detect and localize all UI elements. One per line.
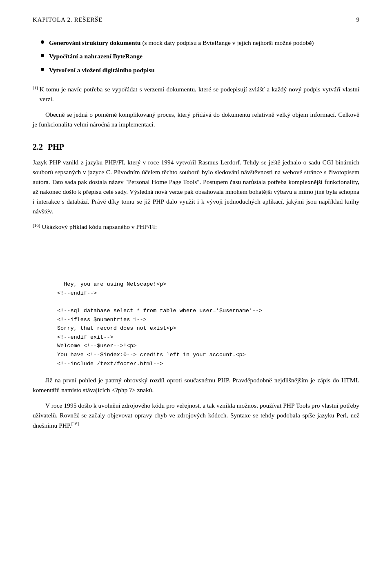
bullet-list: Generování struktury dokumentu (s mock d… (33, 38, 359, 75)
page-number: 9 (356, 16, 360, 23)
paragraph-3: Jazyk PHP vznikl z jazyku PHP/FI, který … (33, 158, 359, 216)
bullet-text-2: Vypočítání a nahrazení ByteRange (49, 51, 143, 61)
bullet-icon (41, 54, 44, 57)
bullet-icon (41, 40, 44, 44)
bullet-text-1: Generování struktury dokumentu (s mock d… (49, 38, 314, 47)
ref16a-block: [16] Ukázkový příklad kódu napsaného v P… (33, 222, 359, 237)
list-item: Vypočítání a nahrazení ByteRange (33, 51, 359, 61)
section-number: 2.2 (33, 142, 43, 151)
bullet-bold-2: Vypočítání a nahrazení ByteRange (49, 53, 143, 60)
ref16b-label: [16] (71, 421, 79, 426)
ref16a-label: [16] (33, 223, 40, 228)
bullet-text-3: Vytvoření a vložení digitálního podpisu (49, 65, 155, 75)
list-item: Vytvoření a vložení digitálního podpisu (33, 65, 359, 75)
paragraph-2: Obecně se jedná o poměrně komplikovaný p… (33, 110, 359, 129)
ref1-block: [1] K tomu je navíc potřeba se vypořádat… (33, 84, 359, 104)
bullet-icon (41, 68, 44, 71)
ref1-para: K tomu je navíc potřeba se vypořádat s v… (40, 84, 359, 104)
code-block: Hey, you are using Netscape!<p> <!--endi… (57, 245, 359, 368)
ref1-label: [1] (33, 85, 38, 90)
page-header: KAPITOLA 2. REŠERŠE 9 (33, 16, 359, 25)
section-title: PHP (48, 142, 64, 151)
bullet-bold-3: Vytvoření a vložení digitálního podpisu (49, 67, 155, 73)
paragraph-5: V roce 1995 došlo k uvolnění zdrojového … (33, 401, 359, 430)
indent-para: Ukázkový příklad kódu napsaného v PHP/FI… (42, 222, 157, 232)
bullet-bold-1: Generování struktury dokumentu (49, 39, 141, 46)
chapter-label: KAPITOLA 2. REŠERŠE (33, 16, 102, 23)
list-item: Generování struktury dokumentu (s mock d… (33, 38, 359, 47)
page: KAPITOLA 2. REŠERŠE 9 Generování struktu… (0, 0, 392, 588)
paragraph-4: Již na první pohled je patrný obrovský r… (33, 375, 359, 395)
section-heading: 2.2PHP (33, 142, 359, 152)
